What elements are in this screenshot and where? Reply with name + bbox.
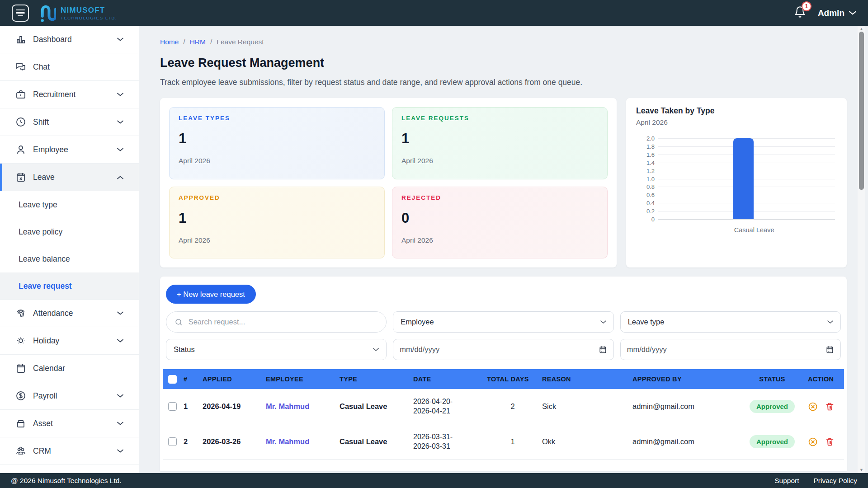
employee-filter-label: Employee [401, 318, 434, 326]
chart-ytick-label: 1.2 [646, 167, 655, 174]
user-icon [15, 144, 26, 155]
stat-value: 1 [179, 131, 375, 147]
fingerprint-icon [15, 308, 26, 319]
leave-type-filter-select[interactable]: Leave type [620, 311, 841, 333]
sidebar-item-label: Calendar [33, 364, 65, 373]
footer-privacy-link[interactable]: Privacy Policy [814, 477, 857, 485]
sidebar-subitem-leave-request[interactable]: Leave request [0, 272, 139, 300]
sidebar-subitem-label: Leave type [19, 200, 57, 210]
cancel-request-icon[interactable] [808, 402, 818, 412]
stat-label: APPROVED [179, 194, 375, 201]
date-end: 2026-03-31 [413, 442, 483, 451]
sidebar-item-dashboard[interactable]: Dashboard [0, 26, 139, 53]
row-total-days: 1 [487, 437, 542, 446]
sidebar-item-leave[interactable]: Leave [0, 164, 139, 191]
notifications-button[interactable]: 1 [794, 6, 806, 20]
briefcase-icon [15, 89, 26, 100]
chevron-down-icon [117, 148, 123, 152]
notification-count-badge: 1 [802, 1, 811, 11]
sidebar-item-label: Payroll [33, 391, 57, 401]
footer-support-link[interactable]: Support [774, 477, 799, 485]
delete-request-icon[interactable] [825, 402, 835, 411]
sidebar-subitem-leave-type[interactable]: Leave type [0, 191, 139, 218]
sidebar: Dashboard Chat Recruitment Shift Employe… [0, 26, 139, 473]
status-badge: Approved [750, 435, 795, 448]
search-request-input[interactable] [189, 318, 378, 326]
cancel-request-icon[interactable] [808, 437, 818, 447]
chevron-up-icon [117, 175, 123, 179]
sidebar-item-label: Employee [33, 145, 68, 155]
chart-ytick-label: 0.6 [646, 192, 655, 198]
new-leave-request-button[interactable]: + New leave request [166, 285, 256, 304]
breadcrumb: Home / HRM / Leave Request [160, 38, 847, 46]
status-filter-label: Status [174, 345, 195, 354]
breadcrumb-home-link[interactable]: Home [160, 38, 179, 46]
chat-icon [15, 61, 26, 72]
user-menu[interactable]: Admin [818, 8, 856, 18]
col-header-reason: REASON [542, 375, 632, 383]
sidebar-item-asset[interactable]: Asset [0, 410, 139, 437]
sidebar-item-employee[interactable]: Employee [0, 136, 139, 164]
select-all-checkbox[interactable] [168, 375, 177, 384]
chevron-down-icon [117, 38, 123, 42]
chart-ytick-label: 0.2 [646, 208, 655, 215]
calendar-x-icon [15, 172, 26, 183]
footer: @ 2026 Nimusoft Technologies Ltd. Suppor… [0, 473, 868, 488]
leave-requests-table: # APPLIED EMPLOYEE TYPE DATE TOTAL DAYS … [163, 369, 844, 460]
row-checkbox[interactable] [168, 402, 177, 411]
sidebar-item-recruitment[interactable]: Recruitment [0, 81, 139, 108]
col-header-type: TYPE [340, 375, 413, 383]
row-leave-type: Casual Leave [340, 402, 413, 411]
chevron-down-icon [117, 422, 123, 426]
page-scrollbar[interactable]: ▲ ▼ [858, 26, 865, 473]
sidebar-item-chat[interactable]: Chat [0, 53, 139, 81]
sidebar-item-holiday[interactable]: Holiday [0, 327, 139, 355]
sidebar-item-crm[interactable]: CRM [0, 437, 139, 465]
status-filter-select[interactable]: Status [166, 339, 387, 360]
chevron-down-icon [117, 394, 123, 398]
row-num: 2 [184, 437, 203, 446]
status-badge: Approved [750, 400, 795, 413]
chart-ytick-label: 0 [651, 216, 655, 223]
sidebar-subitem-leave-policy[interactable]: Leave policy [0, 218, 139, 245]
row-date-range: 2026-03-31- 2026-03-31 [413, 432, 487, 451]
sidebar-item-calendar[interactable]: Calendar [0, 355, 139, 382]
row-checkbox[interactable] [168, 437, 177, 446]
scrollbar-thumb[interactable] [859, 32, 864, 190]
delete-request-icon[interactable] [825, 437, 835, 446]
scroll-up-arrow[interactable]: ▲ [859, 26, 863, 32]
date-from-input[interactable]: mm/dd/yyyy [393, 339, 613, 360]
date-to-input[interactable]: mm/dd/yyyy [620, 339, 841, 360]
chevron-down-icon [600, 320, 606, 324]
row-date-range: 2026-04-20- 2026-04-21 [413, 397, 487, 416]
date-end: 2026-04-21 [413, 407, 483, 416]
scroll-down-arrow[interactable]: ▼ [859, 467, 863, 473]
row-applied-date: 2026-03-26 [203, 437, 266, 446]
stat-card-leave-requests: LEAVE REQUESTS 1 April 2026 [392, 107, 608, 179]
sidebar-item-attendance[interactable]: Attendance [0, 300, 139, 327]
sidebar-subitem-leave-balance[interactable]: Leave balance [0, 245, 139, 272]
chart-plot: 2.01.81.61.41.21.00.80.60.40.20 [658, 138, 835, 219]
breadcrumb-current: Leave Request [217, 38, 264, 46]
row-employee-link[interactable]: Mr. Mahmud [266, 402, 340, 411]
sidebar-item-payroll[interactable]: Payroll [0, 382, 139, 410]
chart-ytick-label: 0.8 [646, 183, 655, 190]
calendar-icon [826, 345, 834, 354]
row-employee-link[interactable]: Mr. Mahmud [266, 437, 340, 446]
stat-label: REJECTED [401, 194, 598, 201]
page-subtitle: Track employee leave submissions, filter… [160, 78, 847, 87]
breadcrumb-hrm-link[interactable]: HRM [190, 38, 206, 46]
chart-ytick-label: 0.4 [646, 200, 655, 206]
sidebar-item-label: Holiday [33, 336, 59, 346]
employee-filter-select[interactable]: Employee [393, 311, 613, 333]
hamburger-menu-icon[interactable] [12, 5, 29, 22]
bar-chart-icon [15, 34, 26, 45]
col-header-num: # [184, 375, 203, 383]
stat-label: LEAVE TYPES [179, 115, 375, 122]
calendar-icon [599, 345, 607, 354]
sidebar-item-shift[interactable]: Shift [0, 108, 139, 136]
users-group-icon [15, 446, 26, 456]
sidebar-item-label: Asset [33, 419, 53, 428]
sidebar-subitem-label: Leave balance [19, 254, 70, 264]
table-row: 2 2026-03-26 Mr. Mahmud Casual Leave 202… [163, 424, 844, 460]
